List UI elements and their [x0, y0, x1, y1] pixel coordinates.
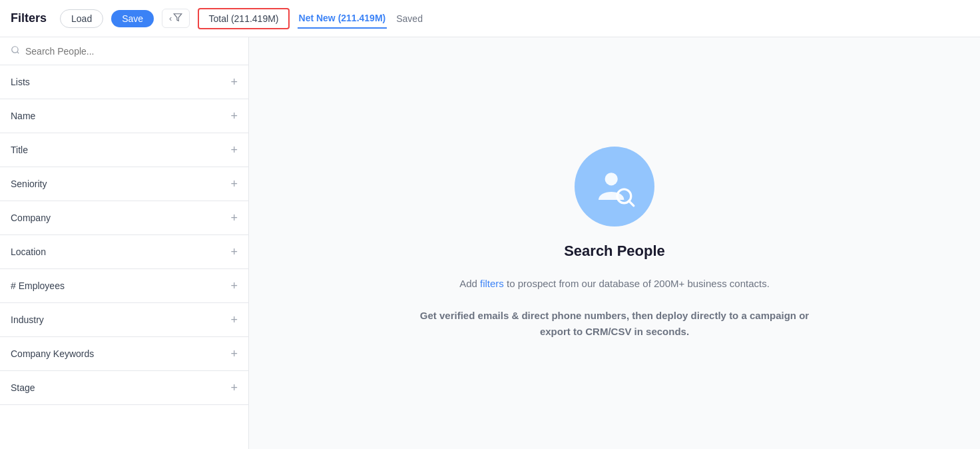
filter-item[interactable]: Stage+: [0, 371, 248, 405]
plus-icon: +: [230, 246, 238, 258]
filter-item[interactable]: Name+: [0, 99, 248, 133]
empty-state-desc1: Add filters to prospect from our databas…: [459, 276, 770, 292]
filter-nav-button[interactable]: ‹: [162, 9, 190, 28]
filter-item-label: Company: [11, 213, 51, 223]
filter-item-label: Company Keywords: [11, 348, 94, 359]
filter-item-label: Name: [11, 111, 35, 121]
tab-total[interactable]: Total (211.419M): [198, 8, 289, 29]
filter-item[interactable]: Location+: [0, 235, 248, 269]
filter-item-label: Stage: [11, 382, 35, 393]
filter-item-label: Industry: [11, 314, 44, 325]
content-area: Search People Add filters to prospect fr…: [249, 37, 980, 449]
plus-icon: +: [230, 212, 238, 224]
empty-state-desc2: Get verified emails & direct phone numbe…: [415, 308, 814, 340]
filter-item-label: Title: [11, 145, 28, 155]
filter-item[interactable]: Title+: [0, 133, 248, 167]
plus-icon: +: [230, 348, 238, 360]
filter-item[interactable]: # Employees+: [0, 269, 248, 303]
plus-icon: +: [230, 144, 238, 156]
sidebar: Lists+Name+Title+Seniority+Company+Locat…: [0, 37, 249, 449]
filter-item[interactable]: Company Keywords+: [0, 337, 248, 371]
filter-item[interactable]: Lists+: [0, 65, 248, 99]
empty-state-title: Search People: [564, 242, 665, 260]
tab-saved[interactable]: Saved: [395, 9, 424, 28]
filter-icon: [173, 13, 182, 24]
plus-icon: +: [230, 382, 238, 394]
search-icon: [11, 45, 20, 57]
main-layout: Lists+Name+Title+Seniority+Company+Locat…: [0, 37, 980, 449]
filter-item-label: # Employees: [11, 280, 65, 291]
filter-item[interactable]: Company+: [0, 201, 248, 235]
tab-net-new[interactable]: Net New (211.419M): [298, 9, 387, 29]
search-input[interactable]: [25, 46, 238, 57]
svg-line-2: [17, 52, 19, 54]
search-people-icon: [575, 147, 654, 226]
svg-marker-0: [174, 14, 182, 21]
save-button[interactable]: Save: [111, 10, 154, 27]
filter-item[interactable]: Seniority+: [0, 167, 248, 201]
svg-point-1: [12, 47, 18, 53]
header: Filters Load Save ‹ Total (211.419M) Net…: [0, 0, 980, 37]
plus-icon: +: [230, 314, 238, 326]
plus-icon: +: [230, 110, 238, 122]
plus-icon: +: [230, 76, 238, 88]
filter-item-label: Location: [11, 246, 46, 257]
filter-item-label: Lists: [11, 77, 30, 87]
page-title: Filters: [11, 11, 47, 25]
desc1-suffix: to prospect from our database of 200M+ b…: [504, 278, 770, 289]
load-button[interactable]: Load: [60, 9, 103, 28]
filter-list: Lists+Name+Title+Seniority+Company+Locat…: [0, 65, 248, 405]
chevron-left-icon: ‹: [169, 13, 172, 23]
svg-point-3: [605, 173, 618, 185]
filters-link[interactable]: filters: [480, 278, 504, 289]
filter-item[interactable]: Industry+: [0, 303, 248, 337]
plus-icon: +: [230, 280, 238, 292]
plus-icon: +: [230, 178, 238, 190]
filter-item-label: Seniority: [11, 179, 47, 189]
empty-state: Search People Add filters to prospect fr…: [415, 147, 814, 340]
desc1-prefix: Add: [459, 278, 480, 289]
search-bar: [0, 37, 248, 65]
svg-line-5: [629, 201, 634, 206]
